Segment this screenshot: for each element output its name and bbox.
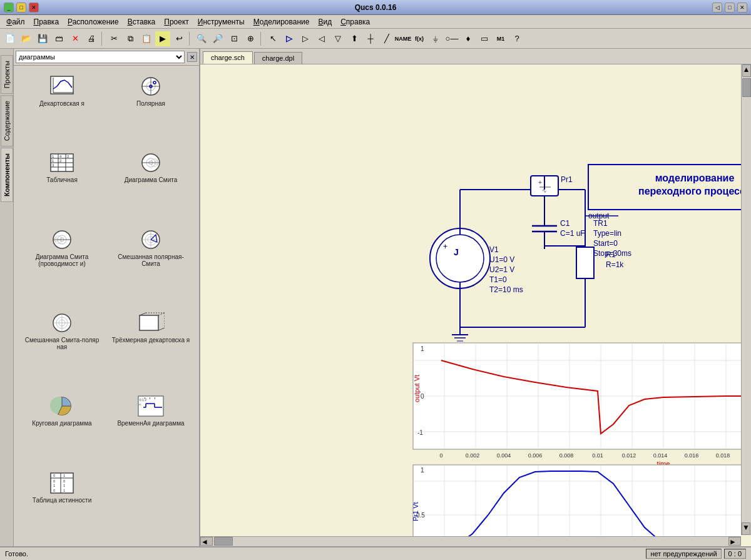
menu-layout[interactable]: Расположение (64, 16, 123, 28)
win-ctrl-3[interactable]: ✕ (737, 3, 747, 13)
tb-zoom-sel[interactable]: ⊕ (243, 31, 258, 46)
comp-smith[interactable]: Диаграмма Смита (108, 147, 194, 221)
comp-smith-label: Диаграмма Смита (125, 176, 178, 183)
svg-text:+: + (538, 179, 542, 186)
svg-text:∞: ∞ (139, 402, 141, 406)
circuit-diagram: моделирование переходного процесса TR1 T… (200, 64, 741, 546)
tb-run[interactable]: ▷ (282, 31, 297, 46)
canvas-area[interactable]: моделирование переходного процесса TR1 T… (200, 64, 751, 546)
comp-timing[interactable]: 0 1 2 ∞ ВременнАя диаграмма (108, 390, 194, 464)
tb-arrow-l[interactable]: ◁ (314, 31, 329, 46)
tb-arrow-r[interactable]: ▷ (298, 31, 313, 46)
statusbar: Готово. нет предупреждений 0 : 0 (0, 546, 751, 560)
tb-name[interactable]: NAME (396, 31, 411, 46)
comp-table[interactable]: 1 4 2 1 2 3 Табличная (19, 147, 105, 221)
comp-cartesian[interactable]: Декартовская я (19, 71, 105, 145)
comp-pie[interactable]: Круговая диаграмма (19, 390, 105, 464)
svg-text:Pr1: Pr1 (561, 175, 573, 184)
tb-gnd[interactable]: ⏚ (428, 31, 443, 46)
comp-smith2[interactable]: Диаграмма Смита (проводимост и) (19, 224, 105, 305)
svg-text:Type=lin: Type=lin (593, 229, 621, 238)
smith-icon (136, 150, 166, 175)
tb-sim[interactable]: ▶ (155, 31, 170, 46)
comp-3d-label: Трёхмерная декартовска я (112, 337, 190, 344)
minimize-button[interactable]: _ (4, 3, 14, 13)
timing-icon: 0 1 2 ∞ (136, 394, 166, 419)
svg-text:U1=0 V: U1=0 V (489, 255, 514, 264)
tb-delete[interactable]: ✕ (68, 31, 83, 46)
tb-print[interactable]: 🖨 (84, 31, 99, 46)
tb-zoom-out[interactable]: 🔍 (194, 31, 209, 46)
tb-save-all[interactable]: 🗃 (51, 31, 66, 46)
comp-mixed-polar[interactable]: Смешанная полярная-Смита (108, 224, 194, 305)
menu-help[interactable]: Справка (337, 16, 374, 28)
comp-truth[interactable]: 0 1 0 0 1 1 0 1 Таблица истинности (19, 467, 105, 541)
side-tabs: Проекты Содержание Компоненты (0, 49, 14, 546)
tb-zoom-in[interactable]: 🔎 (210, 31, 225, 46)
mixed-smith-icon (47, 310, 77, 335)
tb-deco[interactable]: ▭ (477, 31, 492, 46)
tab-charge-dpl[interactable]: charge.dpl (254, 52, 302, 64)
tab-charge-sch[interactable]: charge.sch (203, 51, 253, 64)
tb-eqn[interactable]: f(x) (412, 31, 427, 46)
titlebar: _ □ ✕ Qucs 0.0.16 ◁ □ ✕ (0, 0, 751, 15)
horizontal-scrollbar[interactable]: ◄ ► (200, 536, 741, 546)
menu-edit[interactable]: Правка (30, 16, 63, 28)
svg-text:T1=0: T1=0 (489, 275, 507, 284)
tb-line[interactable]: ╱ (379, 31, 394, 46)
tb-sep-1 (101, 32, 104, 46)
svg-text:0.018: 0.018 (716, 452, 730, 459)
tab-components[interactable]: Компоненты (1, 148, 13, 202)
menu-view[interactable]: Вид (314, 16, 335, 28)
svg-text:R=1k: R=1k (606, 260, 624, 269)
component-category-select[interactable]: диаграммы источники пассивные (16, 51, 185, 63)
tb-sep-2 (189, 32, 192, 46)
comp-table-label: Табличная (46, 176, 78, 183)
win-ctrl-1[interactable]: ◁ (712, 3, 722, 13)
tb-save[interactable]: 💾 (35, 31, 50, 46)
tb-select[interactable]: ↖ (265, 31, 280, 46)
comp-mixed-smith[interactable]: Смешанная Смита-поляр ная (19, 307, 105, 388)
menu-simulation[interactable]: Моделирование (250, 16, 314, 28)
svg-text:J: J (454, 247, 459, 257)
tb-help[interactable]: ? (509, 31, 524, 46)
svg-rect-56 (150, 397, 150, 399)
menu-tools[interactable]: Инструменты (194, 16, 248, 28)
panel-close-button[interactable]: ✕ (187, 52, 197, 62)
menu-file[interactable]: Файл (3, 16, 29, 28)
svg-text:output Vt: output Vt (413, 375, 421, 402)
tb-copy[interactable]: ⧉ (123, 31, 138, 46)
maximize-button[interactable]: □ (16, 3, 26, 13)
tb-open[interactable]: 📂 (19, 31, 34, 46)
tb-marker[interactable]: ♦ (461, 31, 476, 46)
tb-undo[interactable]: ↩ (171, 31, 186, 46)
tb-paste[interactable]: 📋 (139, 31, 154, 46)
tb-insert[interactable]: ⬆ (347, 31, 362, 46)
status-right: нет предупреждений 0 : 0 (646, 549, 746, 559)
vertical-scrollbar[interactable]: ▲ ▼ (741, 64, 751, 535)
comp-polar[interactable]: Полярная (108, 71, 194, 145)
svg-text:0.014: 0.014 (653, 452, 668, 459)
tb-new[interactable]: 📄 (3, 31, 18, 46)
truth-icon: 0 1 0 0 1 1 0 1 (47, 471, 77, 496)
svg-text:T2=10 ms: T2=10 ms (489, 285, 523, 294)
svg-text:V1: V1 (489, 245, 499, 254)
comp-3d[interactable]: Трёхмерная декартовска я (108, 307, 194, 388)
menu-project[interactable]: Проект (160, 16, 193, 28)
close-button[interactable]: ✕ (29, 3, 39, 13)
svg-text:моделирование: моделирование (655, 173, 735, 183)
tb-port[interactable]: ○— (444, 31, 459, 46)
tab-projects[interactable]: Проекты (1, 55, 13, 94)
tab-contents[interactable]: Содержание (1, 95, 13, 146)
comp-polar-label: Полярная (136, 100, 165, 107)
comp-truth-label: Таблица истинности (33, 497, 92, 504)
tb-zoom-fit[interactable]: ⊡ (227, 31, 242, 46)
tb-cut[interactable]: ✂ (106, 31, 121, 46)
tb-arrow-d[interactable]: ▽ (330, 31, 345, 46)
tb-m1[interactable]: M1 (493, 31, 508, 46)
tb-wire[interactable]: ┼ (363, 31, 378, 46)
win-ctrl-2[interactable]: □ (725, 3, 735, 13)
svg-text:0 1 2: 0 1 2 (140, 398, 146, 402)
panel-header: диаграммы источники пассивные ✕ (14, 49, 199, 66)
menu-insert[interactable]: Вставка (124, 16, 160, 28)
